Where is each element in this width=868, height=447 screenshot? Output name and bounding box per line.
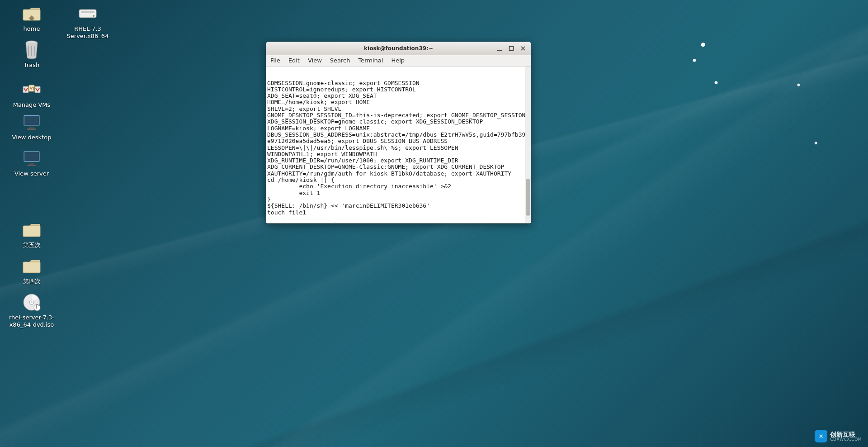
svg-rect-13 bbox=[23, 226, 40, 237]
svg-rect-14 bbox=[23, 262, 40, 273]
vm-icon bbox=[22, 80, 42, 100]
window-title: kiosk@foundation39:~ bbox=[364, 45, 433, 52]
desktop-icon-iso[interactable]: rhel-server-7.3-x86_64-dvd.iso bbox=[0, 292, 63, 329]
monitor-icon bbox=[22, 148, 42, 168]
svg-rect-12 bbox=[27, 165, 36, 166]
svg-rect-24 bbox=[509, 47, 514, 51]
svg-rect-2 bbox=[23, 86, 28, 93]
menu-edit[interactable]: Edit bbox=[284, 55, 304, 66]
desktop-icon-manage-vms[interactable]: Manage VMs bbox=[0, 80, 63, 109]
icon-label: rhel-server-7.3-x86_64-dvd.iso bbox=[0, 314, 63, 329]
terminal-output: GDMSESSION=gnome-classic; export GDMSESS… bbox=[267, 80, 530, 223]
menu-file[interactable]: File bbox=[266, 55, 284, 66]
menu-search[interactable]: Search bbox=[326, 55, 354, 66]
svg-rect-11 bbox=[29, 163, 34, 165]
icon-label: Manage VMs bbox=[0, 101, 63, 109]
svg-rect-21 bbox=[81, 11, 94, 13]
terminal-body[interactable]: GDMSESSION=gnome-classic; export GDMSESS… bbox=[266, 67, 531, 223]
close-button[interactable] bbox=[517, 43, 529, 53]
menu-help[interactable]: Help bbox=[387, 55, 409, 66]
window-titlebar[interactable]: kiosk@foundation39:~ bbox=[266, 42, 531, 55]
trash-icon bbox=[22, 40, 42, 60]
desktop-icon-rhel-drive[interactable]: RHEL-7.3 Server.x86_64 bbox=[56, 4, 119, 40]
svg-rect-23 bbox=[497, 50, 502, 51]
icon-label: View desktop bbox=[0, 134, 63, 141]
desktop-icon-trash[interactable]: Trash bbox=[0, 40, 63, 69]
icon-label: RHEL-7.3 Server.x86_64 bbox=[56, 25, 119, 40]
desktop-wallpaper: home Trash Manage VMs View desktop View … bbox=[0, 0, 868, 447]
terminal-window[interactable]: kiosk@foundation39:~ File Edit View Sear… bbox=[266, 42, 531, 224]
menu-terminal[interactable]: Terminal bbox=[354, 55, 387, 66]
svg-rect-4 bbox=[35, 86, 40, 93]
minimize-button[interactable] bbox=[494, 43, 505, 53]
menu-view[interactable]: View bbox=[304, 55, 326, 66]
desktop-icon-folder4[interactable]: 第四次 bbox=[0, 256, 63, 285]
maximize-button[interactable] bbox=[505, 43, 517, 53]
svg-rect-19 bbox=[36, 306, 37, 309]
folder-home-icon bbox=[22, 4, 42, 24]
drive-icon bbox=[78, 4, 98, 24]
icon-label: home bbox=[0, 25, 63, 33]
icon-label: View server bbox=[0, 170, 63, 177]
svg-point-17 bbox=[31, 301, 33, 303]
monitor-icon bbox=[22, 112, 42, 132]
folder-icon bbox=[22, 220, 42, 240]
svg-point-22 bbox=[93, 15, 94, 17]
terminal-scrollbar[interactable] bbox=[525, 67, 531, 223]
scrollbar-thumb[interactable] bbox=[526, 179, 530, 216]
watermark: ✕ 创新互联 CDXWCX.COM bbox=[815, 430, 862, 442]
icon-label: 第五次 bbox=[0, 242, 63, 249]
svg-rect-8 bbox=[27, 128, 36, 130]
folder-icon bbox=[22, 256, 42, 276]
icon-label: Trash bbox=[0, 62, 63, 69]
terminal-menubar: File Edit View Search Terminal Help bbox=[266, 55, 531, 67]
cd-icon bbox=[22, 292, 42, 312]
svg-rect-6 bbox=[24, 116, 39, 125]
watermark-badge-icon: ✕ bbox=[815, 430, 827, 442]
watermark-text: 创新互联 CDXWCX.COM bbox=[830, 431, 862, 442]
svg-rect-7 bbox=[29, 127, 34, 128]
desktop-icon-folder5[interactable]: 第五次 bbox=[0, 220, 63, 249]
desktop-icon-view-server[interactable]: View server bbox=[0, 148, 63, 177]
icon-label: 第四次 bbox=[0, 278, 63, 285]
svg-rect-10 bbox=[24, 152, 39, 161]
desktop-icon-home[interactable]: home bbox=[0, 4, 63, 33]
desktop-icon-view-desktop[interactable]: View desktop bbox=[0, 112, 63, 141]
